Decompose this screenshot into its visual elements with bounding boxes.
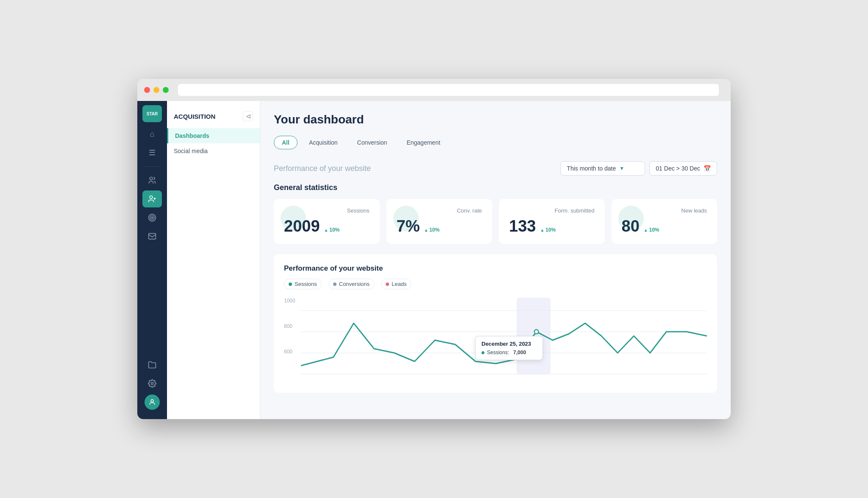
stat-change-leads: 10% <box>644 227 659 233</box>
svg-point-1 <box>150 196 153 199</box>
stat-label-form: Form. submitted <box>509 207 595 214</box>
tab-conversion[interactable]: Conversion <box>349 136 395 149</box>
sidebar-item-users[interactable] <box>142 172 162 189</box>
sidebar-bottom <box>142 356 162 415</box>
stat-card-new-leads: New leads 80 10% <box>612 199 718 244</box>
svg-point-6 <box>151 217 153 218</box>
close-button[interactable] <box>144 87 150 93</box>
tab-all[interactable]: All <box>274 136 298 149</box>
legend-label-sessions: Sessions <box>295 281 317 287</box>
sidebar-item-avatar[interactable] <box>142 394 162 411</box>
stats-grid: Sessions 2009 10% Conv. rate 7% 10% <box>274 199 717 244</box>
tooltip-dot <box>481 351 484 354</box>
sidebar-item-mail[interactable] <box>142 228 162 245</box>
date-range-picker[interactable]: 01 Dec > 30 Dec 📅 <box>649 161 717 176</box>
chart-tooltip: December 25, 2023 Sessions: 7,000 <box>475 336 543 360</box>
legend-dot-leads <box>386 283 389 286</box>
sidebar-item-target[interactable] <box>142 209 162 226</box>
chart-card: Performance of your website Sessions Con… <box>274 254 717 393</box>
calendar-icon: 📅 <box>704 165 711 172</box>
url-bar[interactable] <box>178 84 719 96</box>
panel-title-text: ACQUISITION <box>174 113 215 120</box>
stat-change-sessions: 10% <box>324 227 340 233</box>
sidebar-nav: ⌂ ☰ <box>137 126 167 356</box>
logo-text: STAR <box>147 112 158 116</box>
legend-conversions[interactable]: Conversions <box>328 279 374 289</box>
chart-tooltip-dot <box>534 330 539 334</box>
legend-dot-conversions <box>333 283 337 286</box>
left-panel: ACQUISITION ◁ Dashboards Social media <box>167 101 260 419</box>
nav-item-dashboards[interactable]: Dashboards <box>167 128 260 143</box>
collapse-button[interactable]: ◁ <box>243 111 253 121</box>
sidebar-logo[interactable]: STAR <box>142 105 162 122</box>
chart-container: December 25, 2023 Sessions: 7,000 <box>284 298 707 383</box>
stat-bubble-conv <box>393 206 419 231</box>
chart-legend: Sessions Conversions Leads <box>284 279 707 289</box>
stat-change-form: 10% <box>540 227 556 233</box>
chart-wrapper: 1000 800 600 <box>284 298 707 383</box>
legend-leads[interactable]: Leads <box>381 279 411 289</box>
browser-content: STAR ⌂ ☰ <box>137 101 731 419</box>
sidebar-divider <box>144 166 161 167</box>
svg-point-8 <box>151 383 153 385</box>
tab-acquisition[interactable]: Acquisition <box>301 136 346 149</box>
browser-window: STAR ⌂ ☰ <box>137 79 731 419</box>
traffic-lights <box>144 87 169 93</box>
stat-change-conv: 10% <box>424 227 440 233</box>
stat-value-form: 133 10% <box>509 217 595 235</box>
browser-titlebar <box>137 79 731 101</box>
section-header: Performance of your website This month t… <box>274 161 717 176</box>
stats-section-title: General statistics <box>274 183 717 192</box>
sidebar-item-home[interactable]: ⌂ <box>142 126 162 143</box>
svg-point-9 <box>151 400 153 402</box>
stat-card-form-submitted: Form. submitted 133 10% <box>499 199 605 244</box>
tabs-bar: All Acquisition Conversion Engagement <box>274 136 717 149</box>
legend-dot-sessions <box>289 283 292 286</box>
legend-label-leads: Leads <box>392 281 406 287</box>
minimize-button[interactable] <box>153 87 159 93</box>
nav-item-social-media[interactable]: Social media <box>167 143 260 159</box>
stat-card-conv-rate: Conv. rate 7% 10% <box>387 199 492 244</box>
section-title: Performance of your website <box>274 164 371 173</box>
date-filter-label: This month to date <box>567 165 616 172</box>
stat-card-sessions: Sessions 2009 10% <box>274 199 380 244</box>
tooltip-date: December 25, 2023 <box>481 341 537 347</box>
date-filter-dropdown[interactable]: This month to date ▼ <box>560 161 645 176</box>
legend-sessions[interactable]: Sessions <box>284 279 322 289</box>
filter-controls: This month to date ▼ 01 Dec > 30 Dec 📅 <box>560 161 717 176</box>
tooltip-sessions-row: Sessions: 7,000 <box>481 350 537 355</box>
page-title: Your dashboard <box>274 113 717 126</box>
sidebar-item-document[interactable]: ☰ <box>142 144 162 161</box>
tab-engagement[interactable]: Engagement <box>398 136 448 149</box>
svg-point-5 <box>150 215 154 220</box>
legend-label-conversions: Conversions <box>339 281 370 287</box>
stat-bubble-sessions <box>281 206 306 231</box>
chart-title: Performance of your website <box>284 264 707 273</box>
tooltip-sessions-label: Sessions: <box>487 350 509 355</box>
svg-rect-7 <box>149 233 156 239</box>
sidebar-item-user-add[interactable] <box>142 190 162 207</box>
svg-point-0 <box>150 177 153 180</box>
sidebar-item-folder[interactable] <box>142 356 162 373</box>
date-range-text: 01 Dec > 30 Dec <box>656 165 700 172</box>
chevron-down-icon: ▼ <box>619 165 624 171</box>
left-panel-title: ACQUISITION ◁ <box>167 108 260 128</box>
sidebar: STAR ⌂ ☰ <box>137 101 167 419</box>
stat-bubble-leads <box>618 206 644 231</box>
sidebar-item-settings[interactable] <box>142 375 162 392</box>
maximize-button[interactable] <box>163 87 169 93</box>
tooltip-sessions-value: 7,000 <box>513 350 526 355</box>
main-content: Your dashboard All Acquisition Conversio… <box>260 101 731 419</box>
